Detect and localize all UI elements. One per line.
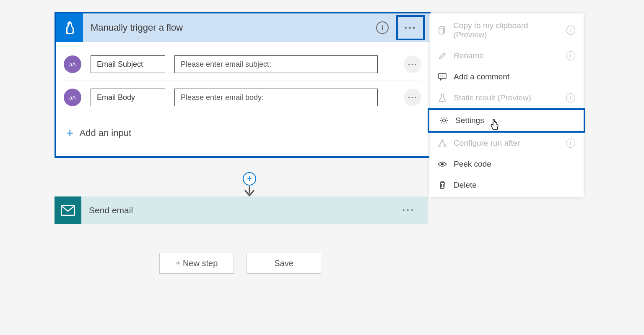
info-icon: i [566,93,575,102]
menu-item-delete[interactable]: Delete [429,175,584,196]
svg-point-0 [69,23,71,25]
input-name-field[interactable]: Email Body [91,89,165,106]
svg-rect-3 [439,28,444,34]
send-email-menu-button[interactable]: ··· [402,205,415,216]
copy-icon [438,26,447,34]
menu-item-settings[interactable]: Settings [428,108,585,133]
text-input-icon: aA [64,55,81,73]
trigger-menu-button[interactable]: ··· [396,15,425,40]
svg-point-12 [441,163,444,165]
flask-icon [438,94,447,102]
menu-item-configure-run-after[interactable]: Configure run after i [429,133,584,154]
svg-point-9 [439,145,440,147]
pencil-icon [438,52,447,60]
new-step-button[interactable]: + New step [159,253,234,274]
comment-icon [438,73,447,81]
trigger-card: Manually trigger a flow i ··· aA Email S… [55,12,431,158]
input-placeholder-field[interactable]: Please enter email subject: [174,55,378,73]
menu-label: Configure run after [454,139,520,148]
svg-point-6 [442,76,443,76]
menu-item-copy[interactable]: Copy to my clipboard (Preview) i [429,15,584,45]
menu-item-peek-code[interactable]: Peek code [429,154,584,175]
menu-item-static-result[interactable]: Static result (Preview) i [429,87,584,108]
menu-label: Delete [454,181,477,190]
text-input-icon: aA [64,89,81,106]
input-row-menu-button[interactable]: ··· [404,89,421,106]
menu-item-rename[interactable]: Rename i [429,45,584,66]
mail-icon [55,196,81,224]
menu-label: Peek code [454,160,491,169]
context-menu: Copy to my clipboard (Preview) i Rename … [429,13,584,197]
input-name-field[interactable]: Email Subject [91,55,165,73]
info-icon: i [566,139,575,148]
menu-label: Add a comment [454,72,509,81]
arrow-down-icon [244,186,255,197]
save-button[interactable]: Save [247,253,321,274]
menu-label: Copy to my clipboard (Preview) [453,21,560,39]
send-email-title: Send email [89,205,133,215]
menu-label: Static result (Preview) [454,93,531,102]
info-icon[interactable]: i [376,21,389,34]
input-placeholder-field[interactable]: Please enter email body: [174,89,378,106]
menu-label: Settings [455,116,484,125]
trigger-title: Manually trigger a flow [91,22,183,33]
menu-item-add-comment[interactable]: Add a comment [429,66,584,87]
eye-icon [438,161,447,167]
flow-connector: + [241,172,258,199]
svg-point-8 [443,119,446,122]
info-icon: i [566,51,575,60]
gear-icon [439,116,449,125]
send-email-card[interactable]: Send email ··· [55,196,428,224]
info-icon: i [566,26,575,35]
svg-point-5 [440,76,441,76]
add-input-label: Add an input [80,128,132,139]
menu-label: Rename [454,51,484,60]
branch-icon [438,139,447,147]
manual-trigger-icon [56,13,83,42]
input-row: aA Email Subject Please enter email subj… [64,48,421,81]
trash-icon [438,181,447,189]
svg-point-11 [444,145,446,147]
insert-step-button[interactable]: + [243,172,256,186]
trigger-header[interactable]: Manually trigger a flow i ··· [56,13,429,42]
input-row: aA Email Body Please enter email body: ·… [64,81,421,114]
svg-point-7 [444,76,444,76]
plus-icon: + [66,126,74,140]
input-row-menu-button[interactable]: ··· [404,55,421,73]
add-input-button[interactable]: + Add an input [64,114,421,144]
